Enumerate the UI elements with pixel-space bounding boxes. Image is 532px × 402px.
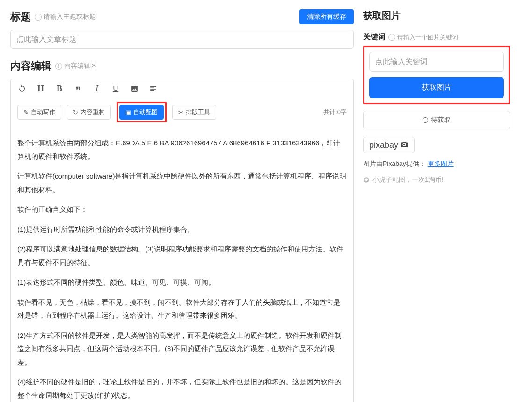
paragraph: 软件看不见，无色，枯燥，看不见，摸不到，闻不到。软件大部分存在于人们的头脑或纸上…	[17, 296, 347, 323]
paragraph: 整个计算机系统由两部分组成：E.69DA 5 E 6 BA 9062616964…	[17, 136, 347, 163]
restructure-button[interactable]: ↻ 内容重构	[67, 105, 111, 120]
word-counter: 共计:0字	[323, 108, 347, 116]
auto-image-button[interactable]: ▣ 自动配图	[119, 105, 164, 120]
coin-note: 小虎子配图，一次1淘币!	[363, 176, 510, 184]
editor-toolbar-actions: ✎ 自动写作 ↻ 内容重构 ▣ 自动配图 ✂	[11, 98, 353, 129]
pixabay-logo-text: pixabay	[369, 140, 398, 150]
undo-icon[interactable]	[17, 84, 27, 93]
image-icon[interactable]	[130, 84, 139, 93]
sidebar-heading: 获取图片	[363, 9, 510, 22]
sidebar: 获取图片 关键词 ! 请输入一个图片关键词 获取图片 待获取 pixabay 图…	[360, 0, 519, 402]
paragraph: (1)提供运行时所需功能和性能的命令或计算机程序集合。	[17, 223, 347, 237]
italic-icon[interactable]: I	[92, 84, 102, 93]
keyword-input[interactable]	[369, 52, 504, 72]
refresh-icon: ↻	[73, 109, 78, 116]
camera-icon	[400, 140, 408, 150]
keyword-label: 关键词	[363, 32, 386, 42]
tool-icon: ✂	[178, 109, 183, 116]
pencil-icon: ✎	[23, 109, 29, 116]
more-images-link[interactable]: 更多图片	[428, 160, 454, 167]
paragraph: 计算机软件(computer software)是指计算机系统中除硬件以外的所有…	[17, 170, 347, 196]
article-title-input[interactable]	[10, 30, 354, 49]
pixabay-badge: pixabay	[363, 137, 415, 153]
editor-box: H B I U ✎ 自	[10, 79, 354, 402]
align-icon[interactable]	[148, 84, 158, 93]
paragraph: (2)生产方式不同的软件是开发，是人类智能的高发挥，而不是传统意义上的硬件制造。…	[17, 329, 347, 369]
paragraph: (1)表达形式不同的硬件类型、颜色、味道、可见、可摸、可闻。	[17, 276, 347, 289]
editor-body[interactable]: 整个计算机系统由两部分组成：E.69DA 5 E 6 BA 9062616964…	[11, 129, 353, 402]
bold-icon[interactable]: B	[55, 84, 64, 93]
coin-icon	[363, 177, 370, 183]
image-icon: ▣	[125, 109, 131, 116]
paragraph: (4)维护不同的硬件是旧的，理论上软件是旧的，并不坏，但实际上软件也是旧的和坏的…	[17, 375, 347, 402]
info-icon: !	[388, 34, 395, 41]
auto-write-button[interactable]: ✎ 自动写作	[17, 105, 61, 120]
paragraph: (2)程序可以满意地处理信息的数据结构。(3)说明程序功能要求和程序需要的文档的…	[17, 243, 347, 269]
quote-icon[interactable]	[73, 84, 83, 93]
keyword-hint: ! 请输入一个图片关键词	[388, 33, 458, 42]
heading-icon[interactable]: H	[36, 84, 45, 93]
pending-status[interactable]: 待获取	[363, 111, 510, 129]
info-icon: !	[55, 63, 62, 70]
info-icon: !	[35, 14, 42, 21]
highlight-auto-image: ▣ 自动配图	[117, 102, 167, 122]
main-column: 标题 ! 请输入主题或标题 清除所有缓存 内容编辑 ! 内容编辑区	[0, 0, 360, 402]
underline-icon[interactable]: U	[111, 84, 120, 93]
clear-cache-button[interactable]: 清除所有缓存	[299, 9, 354, 24]
content-hint: ! 内容编辑区	[55, 62, 97, 70]
keyword-label-row: 关键词 ! 请输入一个图片关键词	[363, 32, 510, 42]
editor-toolbar: H B I U	[11, 79, 353, 98]
get-image-button[interactable]: 获取图片	[369, 77, 504, 98]
layout-tool-button[interactable]: ✂ 排版工具	[172, 105, 216, 120]
title-heading: 标题	[10, 10, 31, 24]
title-header-row: 标题 ! 请输入主题或标题 清除所有缓存	[10, 9, 354, 24]
highlight-keyword-panel: 获取图片	[363, 46, 510, 104]
provider-line: 图片由Pixabay提供： 更多图片	[363, 160, 510, 168]
content-heading: 内容编辑	[10, 59, 51, 73]
circle-icon	[423, 117, 428, 123]
paragraph: 软件的正确含义如下：	[17, 203, 347, 216]
title-hint: ! 请输入主题或标题	[35, 13, 96, 21]
